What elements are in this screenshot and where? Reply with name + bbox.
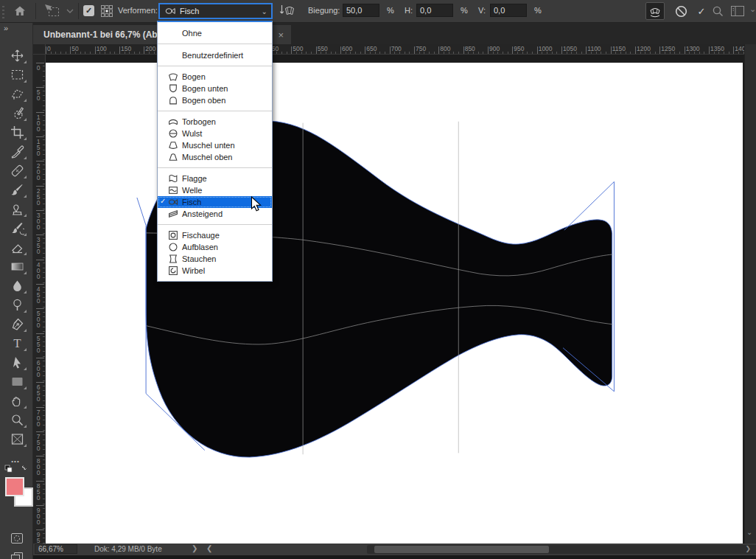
v-ruler-label: 0 [35,64,42,70]
quick-selection-tool-icon[interactable] [10,105,24,120]
v-input[interactable] [490,4,527,17]
canvas[interactable] [46,63,743,544]
screen-mode-icon[interactable] [10,550,24,559]
warp-select-value: Fisch [180,7,199,15]
options-overflow-chevron[interactable]: ⌄ [749,4,756,14]
path-selection-tool-icon[interactable] [10,355,24,369]
warp-menu-item-fischauge[interactable]: Fischauge [158,229,272,241]
v-label: V: [478,6,486,15]
warp-menu-item-label: Muschel unten [182,141,235,150]
hand-tool-icon[interactable] [10,393,24,408]
v-ruler-label: 500 [35,310,42,327]
muschel-oben-icon [168,152,178,162]
torbogen-icon [168,117,178,127]
horizontal-scrollbar-thumb[interactable] [374,546,549,553]
expand-panel-chevrons[interactable]: » [4,24,7,32]
warp-menu-item-wulst[interactable]: Wulst [158,128,272,139]
separator [78,3,79,19]
warp-menu-item-label: Muschel oben [182,153,233,162]
status-collapse-arrow[interactable]: ❮ [206,544,212,552]
warp-orientation-icon[interactable] [279,2,296,20]
scroll-down-arrow[interactable]: ⌄ [746,528,752,536]
warp-menu-item-ohne[interactable]: Ohne [158,27,272,39]
home-icon[interactable] [11,2,29,20]
brush-tool-icon[interactable] [10,182,24,197]
warp-style-select[interactable]: Fisch ⌄ [158,3,273,19]
warp-menu-item-bogen[interactable]: Bogen [158,71,272,83]
commit-transform-icon[interactable]: ✓ [694,2,709,20]
muschel-unten-icon [168,140,178,150]
history-brush-tool-icon[interactable] [10,221,24,235]
healing-tool-icon[interactable] [10,163,24,178]
tools-panel: » T ••• [0,22,33,559]
dodge-tool-icon[interactable] [10,297,24,312]
eyedropper-tool-icon[interactable] [10,144,24,159]
h-ruler-label: 150 [121,45,131,52]
quick-mask-icon[interactable] [10,531,24,546]
options-bar-grip[interactable] [2,4,8,18]
cancel-transform-icon[interactable] [672,2,690,20]
v-ruler-label: 800 [35,457,42,475]
warp-menu-item-benutzerdefiniert[interactable]: Benutzerdefiniert [158,49,272,61]
move-tool-icon[interactable] [10,48,24,63]
v-ruler-label: 350 [35,236,42,254]
shape-tool-icon[interactable] [10,374,24,389]
h-label: H: [405,6,413,15]
reference-point-icon[interactable] [98,2,116,20]
warp-menu-item-stauchen[interactable]: Stauchen [158,253,272,265]
biegung-input[interactable] [343,4,379,17]
frame-tool-icon[interactable] [10,431,24,446]
h-ruler-label: 1250 [661,45,675,52]
pen-tool-icon[interactable] [10,316,24,331]
zoom-level-field[interactable]: 66,67% [35,544,77,554]
wulst-icon [168,128,178,139]
warp-menu-item-label: Bogen oben [182,96,225,105]
horizontal-scrollbar[interactable]: ❯ [367,545,756,554]
vertical-scrollbar[interactable]: ⌄ [744,44,756,544]
warp-menu-item-label: Bogen [182,72,206,81]
search-icon[interactable] [709,2,727,20]
warp-menu-item-aufblasen[interactable]: Aufblasen [158,241,272,253]
zoom-tool-icon[interactable] [10,412,24,427]
h-ruler-label: 1050 [563,45,577,52]
v-ruler-label: 750 [35,433,42,451]
status-popup-arrow[interactable]: ❯ [192,544,197,552]
warp-menu-item-bogen-unten[interactable]: Bogen unten [158,83,272,94]
close-icon[interactable]: × [278,29,284,41]
transform-tool-icon[interactable] [41,2,63,20]
warp-menu-item-muschel-unten[interactable]: Muschel unten [158,139,272,151]
warp-menu-item-label: Bogen unten [182,84,228,93]
gradient-tool-icon[interactable] [10,259,24,274]
warp-menu-item-torbogen[interactable]: Torbogen [158,116,272,128]
warp-menu-item-muschel-oben[interactable]: Muschel oben [158,151,272,163]
h-ruler-label: 1350 [710,45,724,52]
marquee-tool-icon[interactable] [10,67,24,82]
warp-menu-item-label: Welle [182,186,202,195]
eraser-tool-icon[interactable] [10,240,24,254]
toggle-checkbox[interactable]: ✓ [83,5,94,16]
crop-tool-icon[interactable] [10,125,24,139]
warp-menu-item-wirbel[interactable]: Wirbel [158,265,272,277]
warp-mode-toggle-icon[interactable] [645,2,665,20]
stamp-tool-icon[interactable] [10,201,24,216]
h-input[interactable] [416,4,453,17]
lasso-tool-icon[interactable] [10,86,24,101]
default-swap-colors-icon[interactable] [4,465,29,475]
warp-menu-item-bogen-oben[interactable]: Bogen oben [158,94,272,106]
type-tool-icon[interactable]: T [10,336,24,350]
warp-menu-item-welle[interactable]: Welle [158,184,272,196]
blur-tool-icon[interactable] [10,278,24,293]
scroll-right-arrow[interactable]: ❯ [745,545,751,552]
check-icon: ✓ [160,197,166,205]
h-ruler-label: 1400 [735,45,744,52]
h-ruler-label: 900 [489,45,500,52]
foreground-color-swatch[interactable] [5,477,24,496]
warp-menu-item-label: Wulst [182,129,202,138]
wirbel-icon [168,265,178,276]
v-ruler-label: 600 [35,359,42,377]
chevron-down-icon[interactable] [65,2,75,20]
h-ruler-label: 1300 [686,45,700,52]
workspace-panel-icon[interactable] [728,2,747,20]
warp-menu-item-flagge[interactable]: Flagge [158,173,272,184]
aufblasen-icon [168,242,178,252]
